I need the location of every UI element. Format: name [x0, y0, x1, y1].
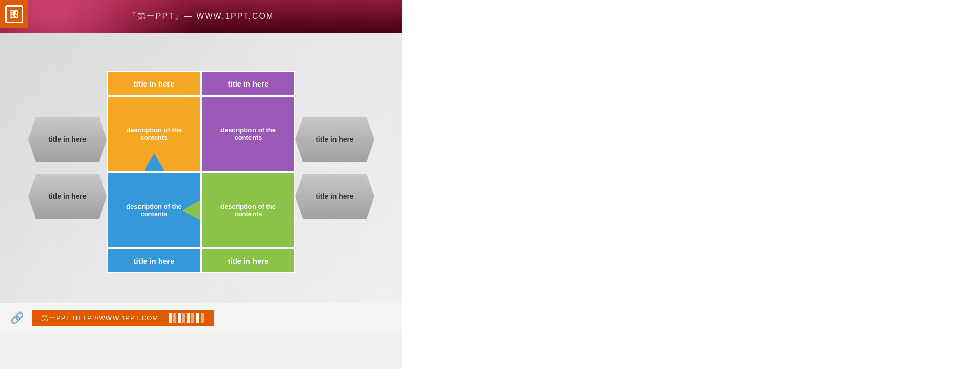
- stripe-5: [187, 313, 190, 323]
- grid-bot-mid-right: description of the contents: [201, 172, 295, 248]
- main-content: title in here title in here title in her…: [0, 33, 402, 303]
- slide-area: 图 『第一PPT』— WWW.1PPT.COM title in here ti…: [0, 0, 402, 369]
- logo-icon: 图: [5, 5, 23, 23]
- grid-bot-right-title: title in here: [201, 248, 295, 273]
- stripe-7: [196, 313, 199, 323]
- stripe-6: [191, 313, 194, 323]
- hex-left-top: title in here: [28, 117, 107, 162]
- grid-bot-mid-left: description of the contents: [107, 172, 201, 248]
- grid-mid-right: description of the contents: [201, 96, 295, 172]
- footer-bar: 第一PPT HTTP://WWW.1PPT.COM: [32, 310, 214, 326]
- grid-bot-left-title: title in here: [107, 248, 201, 273]
- center-grid: title in here title in here description …: [107, 71, 295, 265]
- footer-stripes: [169, 313, 204, 323]
- footer: 🔗 第一PPT HTTP://WWW.1PPT.COM: [0, 303, 402, 333]
- logo-box: 图: [0, 0, 28, 28]
- link-icon: 🔗: [10, 311, 24, 325]
- stripe-4: [182, 313, 185, 323]
- diagram: title in here title in here title in her…: [28, 59, 374, 277]
- grid-mid-left: description of the contents: [107, 96, 201, 172]
- hex-left-group: title in here title in here: [28, 117, 107, 219]
- logo-symbol: 图: [10, 8, 19, 20]
- right-area: [402, 0, 980, 369]
- stripe-8: [201, 313, 204, 323]
- grid-layout: title in here title in here description …: [107, 71, 295, 265]
- hex-right-bottom: title in here: [295, 174, 374, 219]
- arrow-down-icon: [238, 97, 259, 115]
- grid-top-right-title: title in here: [201, 71, 295, 96]
- stripe-1: [169, 313, 172, 323]
- grid-top-left-title: title in here: [107, 71, 201, 96]
- hex-left-bottom: title in here: [28, 174, 107, 219]
- stripe-2: [173, 313, 176, 323]
- header-title: 『第一PPT』— WWW.1PPT.COM: [128, 11, 274, 22]
- header: 图 『第一PPT』— WWW.1PPT.COM: [0, 0, 402, 33]
- arrow-left-icon: [182, 200, 200, 220]
- hex-right-group: title in here title in here: [295, 117, 374, 219]
- footer-link-text: 第一PPT HTTP://WWW.1PPT.COM: [42, 314, 158, 323]
- arrow-up-icon: [144, 153, 164, 171]
- stripe-3: [178, 313, 181, 323]
- hex-right-top: title in here: [295, 117, 374, 162]
